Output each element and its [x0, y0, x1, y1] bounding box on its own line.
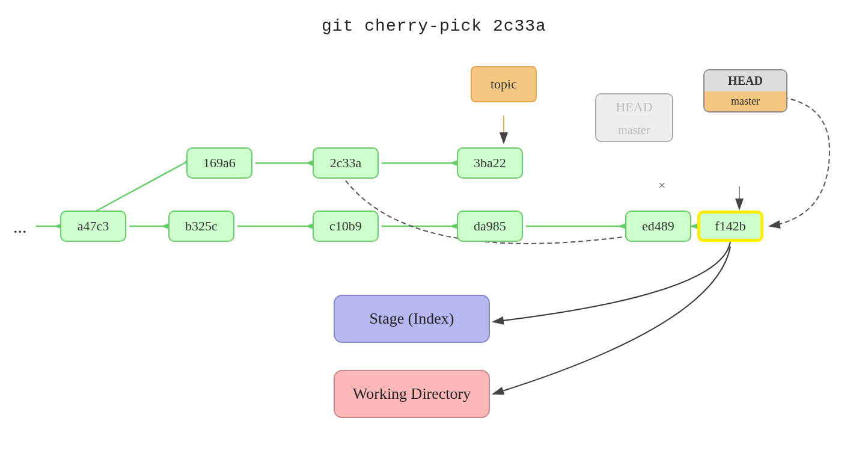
- master-active-label: master: [704, 91, 786, 111]
- head-master-old: HEAD master: [595, 93, 673, 142]
- working-directory-box: Working Directory: [334, 370, 490, 418]
- stage-index-box: Stage (Index): [334, 295, 490, 343]
- commit-2c33a: 2c33a: [313, 147, 379, 179]
- topic-label: topic: [471, 66, 537, 102]
- head-old-label: HEAD: [596, 94, 672, 120]
- commit-da985: da985: [457, 211, 523, 242]
- commit-ed489: ed489: [625, 211, 691, 242]
- commit-169a6: 169a6: [186, 147, 252, 179]
- commit-3ba22: 3ba22: [457, 147, 523, 179]
- commit-b325c: b325c: [168, 211, 234, 242]
- commit-c10b9: c10b9: [313, 211, 379, 242]
- head-active-label: HEAD: [704, 70, 786, 91]
- head-master-active: HEAD master: [703, 69, 787, 112]
- master-old-label: master: [596, 120, 672, 141]
- commit-a47c3: a47c3: [60, 211, 126, 242]
- page-title: git cherry-pick 2c33a: [0, 0, 868, 35]
- cross-mark: ×: [658, 177, 665, 193]
- svg-line-11: [91, 163, 185, 214]
- commit-f142b: f142b: [697, 211, 763, 242]
- ellipsis: ...: [13, 217, 27, 237]
